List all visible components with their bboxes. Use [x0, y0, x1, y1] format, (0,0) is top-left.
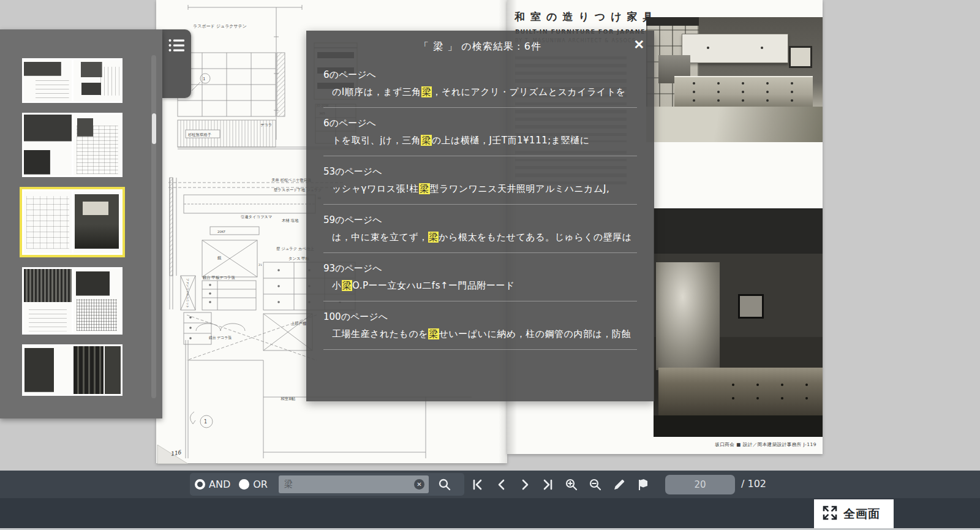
- search-match-highlight: 梁: [428, 232, 439, 243]
- search-result-item: 59のページへは，中に束を立てず，梁から根太をもたせてある。じゅらくの壁厚は: [323, 205, 637, 253]
- page-number-input[interactable]: [665, 475, 735, 494]
- fullscreen-label: 全画面: [843, 506, 880, 522]
- or-radio[interactable]: OR: [239, 479, 268, 490]
- thumbnail-left-page: [24, 115, 72, 175]
- page-thumbnail-spread-3-selected[interactable]: [20, 187, 125, 257]
- result-page-link[interactable]: 6のページへ: [323, 69, 637, 81]
- svg-text:木樋 塩地: 木樋 塩地: [282, 218, 299, 222]
- chest-of-drawers: [674, 76, 813, 108]
- thumbnail-right-page: [74, 191, 121, 253]
- and-radio[interactable]: AND: [195, 479, 230, 490]
- result-snippet: 小梁O.Pーー立女ハu二fs↑ー門品附ーード: [323, 280, 637, 292]
- page-thumbnail-spread-5[interactable]: [22, 344, 123, 396]
- and-radio-label: AND: [209, 479, 230, 490]
- search-result-item: 93のページへ小梁O.Pーー立女ハu二fs↑ー門品附ーード: [323, 253, 637, 301]
- previous-page-button[interactable]: [495, 471, 508, 498]
- svg-text:ファンコイルユニット: ファンコイルユニット: [186, 278, 189, 308]
- svg-text:鏡: 鏡: [217, 256, 222, 260]
- search-match-highlight: 梁: [421, 86, 432, 97]
- result-snippet: のI順序は，まず三角梁，それにアクリ・プリズムとスカイライトを: [323, 86, 637, 98]
- svg-text:デコラ: デコラ: [260, 123, 272, 127]
- fullscreen-button[interactable]: 全画面: [814, 499, 894, 528]
- last-page-button[interactable]: [541, 471, 555, 498]
- search-match-highlight: 梁: [419, 183, 430, 194]
- thumbnail-right-page: [74, 346, 121, 394]
- page-number-left: 116: [170, 449, 183, 457]
- floor: [654, 415, 823, 437]
- svg-text:ラスボード ジュラクサテン: ラスボード ジュラクサテン: [193, 24, 247, 29]
- sidebar-scrollbar[interactable]: [151, 55, 156, 398]
- thumbnail-right-page: [74, 269, 121, 333]
- detail-marker-2: 1: [204, 419, 207, 425]
- photo-room-top: [646, 17, 823, 142]
- result-snippet: トを取引、jけ，三角梁の上は横樋，J壬T而1¥111;ま竪樋に: [323, 135, 637, 146]
- zoom-out-icon[interactable]: [589, 471, 602, 498]
- page-thumbnail-spread-1[interactable]: [22, 58, 123, 103]
- result-snippet: 工場生産されたものを梁せいーぱいに納め，柱の鋼管の内部は，防蝕: [323, 328, 637, 340]
- sidebar-scrollbar-thumb[interactable]: [152, 113, 156, 144]
- search-icon[interactable]: [438, 478, 451, 491]
- thumbnail-list: [22, 58, 126, 406]
- bookmark-icon[interactable]: [636, 471, 650, 498]
- svg-text:21: 21: [258, 263, 262, 267]
- search-result-item: 100のページへ工場生産されたものを梁せいーぱいに納め，柱の鋼管の内部は，防蝕: [323, 301, 637, 350]
- search-match-highlight: 梁: [428, 328, 439, 339]
- search-results-list: 6のページへのI順序は，まず三角梁，それにアクリ・プリズムとスカイライトを6のペ…: [306, 53, 654, 350]
- close-icon[interactable]: ✕: [631, 36, 647, 53]
- detail-marker-1: 1: [203, 77, 205, 81]
- photo-caption: 坂口商会 ■ 設計／岡本建築設計事務所 J-119: [715, 442, 816, 448]
- article-title: 和室の造りつけ家具: [514, 10, 659, 24]
- viewer-stage: ラスボード ジュラクサテン 杉柾無双格子 デコラ 天井 杉柾ベニヤ敷目張 壁ラス…: [0, 0, 980, 530]
- pencil-icon[interactable]: [612, 471, 626, 498]
- thumbnail-left-page: [24, 60, 72, 101]
- clear-search-icon[interactable]: ✕: [414, 479, 424, 490]
- search-result-item: 53のページへッシャγワロス張!柱梁型ラワンワニス天井照明アルミハニカムJ,: [323, 156, 637, 205]
- sidebar-toggle-button[interactable]: [161, 29, 191, 98]
- result-page-link[interactable]: 93のページへ: [323, 263, 637, 274]
- svg-text:20KF: 20KF: [217, 230, 225, 233]
- thumbnail-left-page: [24, 346, 72, 394]
- page-total: / 102: [741, 478, 766, 490]
- search-results-panel: 「 梁 」 の検索結果：6件 ✕ 6のページへのI順序は，まず三角梁，それにアク…: [306, 31, 654, 401]
- framed-picture: [738, 294, 764, 319]
- svg-text:上部戸棚: 上部戸棚: [291, 321, 306, 326]
- search-result-item: 6のページへのI順序は，まず三角梁，それにアクリ・プリズムとスカイライトを: [323, 59, 637, 108]
- svg-text:引違タイコフスマ: 引違タイコフスマ: [241, 214, 272, 219]
- framed-picture: [789, 46, 812, 68]
- next-page-button[interactable]: [518, 471, 532, 498]
- search-match-highlight: 梁: [421, 135, 432, 146]
- chest-of-drawers: [658, 368, 823, 417]
- wall-cabinet: [682, 34, 788, 63]
- search-controls-group: AND OR ✕: [190, 473, 464, 496]
- search-results-title: 「 梁 」 の検索結果：6件: [306, 31, 654, 53]
- svg-text:鏡台 甲板デコラ張: 鏡台 甲板デコラ張: [203, 275, 235, 280]
- page-thumbnail-spread-2[interactable]: [22, 113, 123, 177]
- search-match-highlight: 梁: [342, 280, 353, 291]
- photo-room-bottom: [654, 208, 823, 437]
- thumbnail-sidebar: [0, 29, 162, 418]
- first-page-button[interactable]: [470, 471, 484, 498]
- thumbnail-left-page: [24, 269, 72, 333]
- result-page-link[interactable]: 59のページへ: [323, 214, 637, 226]
- lit-wall: [656, 262, 720, 370]
- page-thumbnail-spread-4[interactable]: [22, 267, 123, 335]
- result-page-link[interactable]: 53のページへ: [323, 166, 637, 178]
- svg-text:鏡台 デコラ張: 鏡台 デコラ張: [209, 335, 232, 340]
- fullscreen-expand-icon: [822, 505, 838, 523]
- result-page-link[interactable]: 100のページへ: [323, 311, 637, 323]
- search-result-item: 6のページへトを取引、jけ，三角梁の上は横樋，J壬T而1¥111;ま竪樋に: [323, 108, 637, 156]
- thumbnail-left-page: [24, 191, 72, 253]
- svg-text:天井 杉柾ベニヤ敷目張: 天井 杉柾ベニヤ敷目張: [271, 178, 311, 183]
- thumbnail-right-page: [74, 60, 121, 101]
- svg-text:和室8帖: 和室8帖: [281, 396, 295, 401]
- or-radio-label: OR: [253, 479, 268, 490]
- toolbar: AND OR ✕: [0, 471, 980, 498]
- tatami-floor: [646, 107, 823, 142]
- search-input[interactable]: [279, 475, 429, 493]
- svg-text:杉柾無双格子: 杉柾無双格子: [187, 132, 211, 137]
- thumbnail-right-page: [74, 115, 121, 175]
- result-page-link[interactable]: 6のページへ: [323, 118, 637, 129]
- zoom-in-icon[interactable]: [565, 471, 578, 498]
- result-snippet: ッシャγワロス張!柱梁型ラワンワニス天井照明アルミハニカムJ,: [323, 183, 637, 195]
- result-snippet: は，中に束を立てず，梁から根太をもたせてある。じゅらくの壁厚は: [323, 232, 637, 243]
